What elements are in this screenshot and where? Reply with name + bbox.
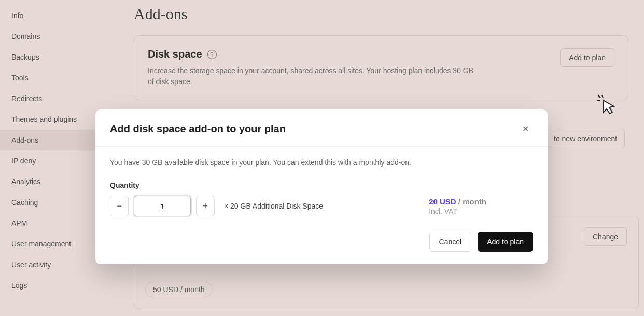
card-title: Disk space [148, 48, 202, 60]
svg-line-0 [602, 95, 603, 98]
svg-line-2 [598, 95, 600, 98]
sidebar-item-analytics[interactable]: Analytics [0, 171, 97, 192]
svg-line-1 [597, 100, 600, 101]
page-title: Add-ons [134, 5, 628, 23]
price-block: 20 USD / month Incl. VAT [429, 197, 486, 215]
disk-space-card: Disk space ? Increase the storage space … [134, 35, 628, 100]
quantity-unit-description: × 20 GB Additional Disk Space [224, 202, 323, 210]
sidebar-item-logs[interactable]: Logs [0, 275, 97, 296]
sidebar: Info Domains Backups Tools Redirects The… [0, 0, 97, 316]
price-amount: 20 USD [429, 197, 456, 206]
sidebar-item-redirects[interactable]: Redirects [0, 88, 97, 109]
sidebar-item-usermgmt[interactable]: User management [0, 233, 97, 254]
card-description: Increase the storage space in your accou… [148, 65, 480, 87]
close-icon[interactable]: ✕ [518, 122, 533, 136]
cursor-click-icon [596, 93, 618, 117]
sidebar-item-backups[interactable]: Backups [0, 47, 97, 67]
confirm-add-to-plan-button[interactable]: Add to plan [478, 232, 533, 252]
help-icon[interactable]: ? [207, 50, 217, 59]
modal-description: You have 30 GB available disk space in y… [110, 158, 533, 167]
sidebar-item-ipdeny[interactable]: IP deny [0, 150, 97, 171]
create-environment-button[interactable]: te new environment [546, 129, 625, 148]
price-chip: 50 USD / month [145, 282, 213, 297]
change-button[interactable]: Change [584, 227, 627, 246]
quantity-decrement-button[interactable]: − [110, 196, 129, 216]
sidebar-item-info[interactable]: Info [0, 5, 97, 26]
quantity-input[interactable] [134, 196, 191, 216]
quantity-increment-button[interactable]: + [196, 196, 215, 216]
sidebar-item-addons[interactable]: Add-ons [0, 130, 97, 150]
sidebar-item-tools[interactable]: Tools [0, 67, 97, 88]
modal-title: Add disk space add-on to your plan [110, 123, 286, 135]
sidebar-item-apm[interactable]: APM [0, 213, 97, 233]
sidebar-item-domains[interactable]: Domains [0, 26, 97, 47]
add-to-plan-button[interactable]: Add to plan [560, 48, 614, 67]
sidebar-item-themes[interactable]: Themes and plugins [0, 109, 97, 130]
quantity-label: Quantity [110, 181, 533, 189]
price-vat-note: Incl. VAT [429, 207, 486, 215]
sidebar-item-caching[interactable]: Caching [0, 192, 97, 213]
sidebar-item-useractivity[interactable]: User activity [0, 254, 97, 275]
add-disk-space-modal: Add disk space add-on to your plan ✕ You… [95, 109, 548, 264]
cancel-button[interactable]: Cancel [429, 232, 472, 252]
price-period: / month [456, 197, 486, 206]
